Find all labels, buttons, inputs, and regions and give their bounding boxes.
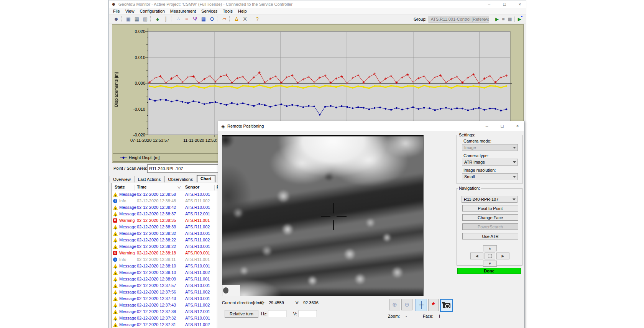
sort-descending-icon[interactable]: ▽ [177, 185, 181, 190]
step-button[interactable]: ▶ [518, 16, 521, 22]
nudge-left-button[interactable]: ◀ [470, 253, 483, 259]
print-preview-icon[interactable]: ▥ [141, 15, 150, 23]
window-titlebar[interactable]: ☻ GeoMoS Monitor - Active Project: 'CSMW… [109, 0, 526, 8]
relative-turn-button[interactable]: Relative turn [225, 310, 258, 318]
camera-view[interactable] [222, 135, 424, 296]
v-value: 92.3606 [303, 300, 319, 305]
crosshair-icon [337, 216, 347, 217]
camera-image-bright-patch [222, 285, 240, 296]
center-target-button[interactable] [485, 253, 495, 259]
tab-chart[interactable]: Chart [197, 175, 215, 182]
antenna-icon[interactable]: Ψ [191, 15, 199, 23]
menu-file[interactable]: File [110, 8, 123, 14]
message-icon [113, 284, 118, 288]
event-sensor: ATS.R11.002 [185, 302, 210, 308]
event-sensor: ATS.R12.001 [185, 308, 210, 315]
dialog-titlebar[interactable]: ◈ Remote Positioning – □ × [218, 121, 524, 131]
restore-button[interactable]: □ [501, 2, 508, 7]
event-state: Message [119, 191, 136, 198]
dialog-maximize-button[interactable]: □ [499, 123, 505, 129]
close-button[interactable]: × [517, 2, 523, 7]
v-label: V: [296, 300, 299, 305]
event-state: Message [119, 224, 136, 230]
navigation-point-combo[interactable]: R11-240-RPR-107 [462, 196, 518, 203]
barrier-limits-icon[interactable]: ≡ [182, 15, 191, 23]
column-header-state[interactable]: State [115, 185, 125, 189]
y-axis-tick-label: -0.010 [115, 107, 145, 112]
tab-overview[interactable]: Overview [110, 176, 134, 182]
nudge-down-button[interactable]: ▼ [483, 261, 497, 267]
chevron-down-icon [513, 176, 516, 178]
monitor-user-icon[interactable]: ☻ [112, 15, 120, 23]
message-icon [113, 323, 118, 327]
column-header-time[interactable]: Time [137, 185, 146, 189]
scatter-points-icon[interactable]: ∴ [174, 15, 182, 23]
nudge-right-button[interactable]: ▶ [496, 253, 509, 259]
tools-icon[interactable]: Χ [241, 15, 249, 23]
powersearch-button: PowerSearch [462, 223, 518, 230]
sensor-probe-icon[interactable]: ⌡ [162, 15, 170, 23]
event-state: Message [119, 282, 136, 289]
edit-report-icon[interactable]: ▱ [220, 15, 228, 23]
tree-view-icon[interactable]: ♠ [153, 15, 162, 23]
posit-to-point-button[interactable]: Posit to Point [462, 205, 518, 212]
camera-icon [443, 303, 450, 308]
dialog-title: Remote Positioning [227, 124, 264, 128]
tab-last-actions[interactable]: Last Actions [135, 176, 164, 182]
camera-type-value: ATR image [464, 160, 485, 164]
y-axis-tick-label: -0.020 [115, 133, 145, 137]
v-turn-input[interactable] [299, 310, 317, 317]
tab-observations[interactable]: Observations [164, 176, 196, 182]
event-sensor: ATS.R09.001 [185, 250, 210, 256]
event-state: Message [119, 269, 136, 276]
dialog-close-button[interactable]: × [515, 123, 520, 129]
event-time: 02-12-2020 12:38:37 [137, 211, 176, 217]
event-state: Warning [119, 250, 135, 256]
message-icon [113, 316, 118, 320]
copy-icon[interactable]: ▣ [124, 15, 133, 23]
toolbar-separator [217, 16, 219, 22]
zoom-in-button[interactable]: ⊕ [389, 299, 400, 310]
menu-measurement[interactable]: Measurement [168, 8, 199, 14]
play-button[interactable]: ▶ [495, 16, 499, 22]
event-time: 02-12-2020 12:38:10 [137, 269, 176, 276]
use-atr-button[interactable]: Use ATR [462, 233, 518, 239]
menu-help[interactable]: Help [235, 8, 250, 14]
menu-configuration[interactable]: Configuration [137, 8, 167, 14]
done-button[interactable]: Done [457, 268, 521, 274]
camera-mode-button[interactable] [440, 299, 453, 312]
message-icon [113, 244, 118, 249]
change-face-button[interactable]: Change Face [462, 214, 518, 221]
message-icon [113, 238, 118, 242]
hz-input[interactable] [268, 310, 286, 317]
laser-pointer-button[interactable]: * [428, 299, 439, 311]
message-icon [113, 290, 118, 294]
help-icon[interactable]: ? [253, 15, 261, 23]
arrow-left-icon: ◀ [476, 254, 478, 258]
crosshair-mode-button[interactable]: ┼ [416, 299, 427, 311]
pause-button[interactable]: ▮▮ [508, 16, 511, 22]
camera-type-combo[interactable]: ATR image [462, 159, 518, 166]
event-state: Message [119, 263, 136, 269]
column-header-sensor[interactable]: Sensor [185, 185, 199, 189]
settings-legend: Settings: [458, 133, 476, 137]
event-state: Message [119, 230, 136, 237]
image-resolution-combo[interactable]: Small [462, 173, 518, 180]
zoom-out-button[interactable]: ⊖ [401, 299, 412, 310]
print-icon[interactable]: ▦ [133, 15, 141, 23]
alarm-icon[interactable]: Δ [232, 15, 241, 23]
menu-services[interactable]: Services [199, 8, 220, 14]
event-sensor: ATS.R11.001 [185, 276, 210, 282]
menu-view[interactable]: View [123, 8, 137, 14]
stop-button[interactable]: ■ [502, 16, 504, 22]
panel-points-icon[interactable]: ▦ [199, 15, 208, 23]
event-state: Warning [119, 217, 135, 224]
menu-tools[interactable]: Tools [220, 8, 235, 14]
dialog-minimize-button[interactable]: – [484, 123, 490, 129]
gauge-icon[interactable]: Θ [208, 15, 216, 23]
nudge-up-button[interactable]: ▲ [483, 245, 497, 251]
minimize-button[interactable]: – [486, 2, 492, 7]
event-state: Message [119, 211, 136, 217]
group-combo[interactable]: ATS.R11.001-Control [Reference I [429, 16, 489, 23]
event-state: Info [119, 256, 126, 263]
